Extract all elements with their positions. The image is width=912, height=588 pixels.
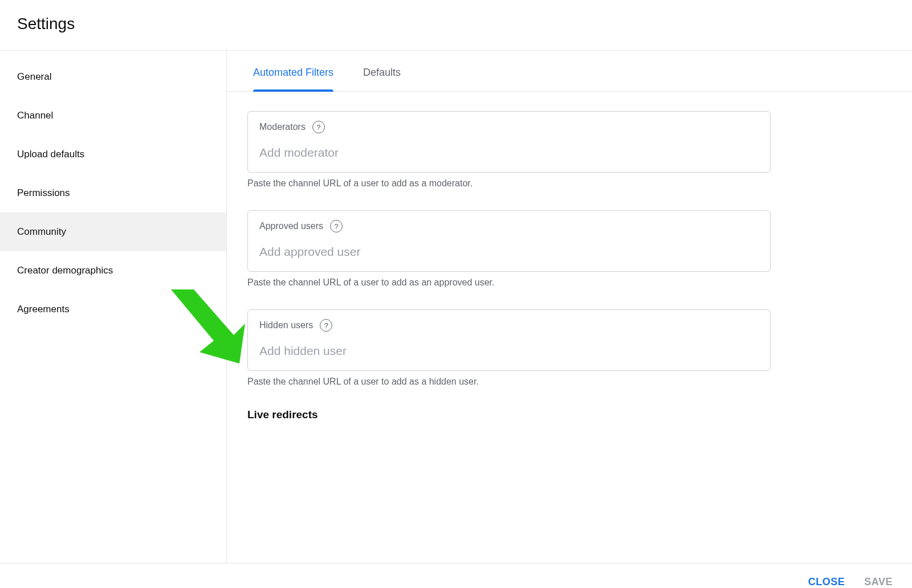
approved-users-input[interactable]	[259, 245, 759, 259]
tab-defaults[interactable]: Defaults	[363, 67, 401, 91]
hidden-users-card: Hidden users ?	[247, 309, 771, 371]
sidebar-item-general[interactable]: General	[0, 58, 226, 96]
help-icon[interactable]: ?	[312, 121, 325, 133]
sidebar-item-upload-defaults[interactable]: Upload defaults	[0, 135, 226, 174]
settings-sidebar: General Channel Upload defaults Permissi…	[0, 51, 227, 563]
sidebar-item-permissions[interactable]: Permissions	[0, 174, 226, 213]
approved-users-label-row: Approved users ?	[259, 220, 759, 232]
sidebar-item-creator-demographics[interactable]: Creator demographics	[0, 251, 226, 290]
dialog-title: Settings	[17, 15, 912, 33]
community-tabs: Automated Filters Defaults	[227, 51, 912, 92]
moderators-card: Moderators ?	[247, 111, 771, 173]
sidebar-item-channel[interactable]: Channel	[0, 96, 226, 135]
moderators-input[interactable]	[259, 146, 759, 160]
dialog-body: General Channel Upload defaults Permissi…	[0, 51, 912, 563]
tab-automated-filters[interactable]: Automated Filters	[253, 67, 333, 91]
dialog-footer: CLOSE SAVE	[0, 563, 912, 588]
automated-filters-content: Moderators ? Paste the channel URL of a …	[227, 92, 912, 563]
approved-users-helper: Paste the channel URL of a user to add a…	[247, 277, 771, 288]
sidebar-item-agreements[interactable]: Agreements	[0, 290, 226, 329]
sidebar-item-community[interactable]: Community	[0, 213, 226, 251]
moderators-label: Moderators	[259, 122, 306, 132]
hidden-users-input[interactable]	[259, 344, 759, 358]
hidden-users-label: Hidden users	[259, 320, 313, 330]
moderators-helper: Paste the channel URL of a user to add a…	[247, 178, 771, 189]
dialog-header: Settings	[0, 0, 912, 51]
hidden-users-helper: Paste the channel URL of a user to add a…	[247, 377, 771, 387]
settings-dialog: Settings General Channel Upload defaults…	[0, 0, 912, 588]
close-button[interactable]: CLOSE	[808, 576, 845, 588]
settings-main: Automated Filters Defaults Moderators ? …	[227, 51, 912, 563]
live-redirects-title: Live redirects	[247, 409, 771, 421]
help-icon[interactable]: ?	[320, 319, 332, 332]
help-icon[interactable]: ?	[330, 220, 343, 232]
hidden-users-label-row: Hidden users ?	[259, 319, 759, 332]
approved-users-label: Approved users	[259, 221, 323, 231]
save-button[interactable]: SAVE	[864, 576, 893, 588]
moderators-label-row: Moderators ?	[259, 121, 759, 133]
approved-users-card: Approved users ?	[247, 210, 771, 272]
